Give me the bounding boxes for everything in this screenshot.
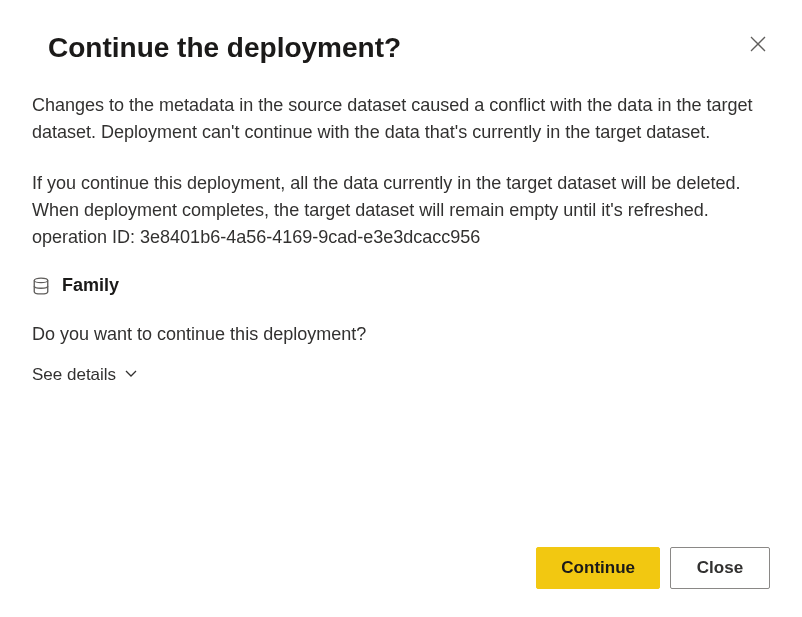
- body-paragraph-1: Changes to the metadata in the source da…: [32, 92, 770, 146]
- database-icon: [32, 277, 50, 295]
- dialog-title: Continue the deployment?: [48, 32, 401, 64]
- continue-button[interactable]: Continue: [536, 547, 660, 589]
- see-details-toggle[interactable]: See details: [32, 365, 138, 385]
- svg-point-2: [34, 278, 48, 283]
- close-button[interactable]: [746, 32, 770, 59]
- see-details-label: See details: [32, 365, 116, 385]
- dataset-name: Family: [62, 275, 119, 296]
- close-footer-button[interactable]: Close: [670, 547, 770, 589]
- body-paragraph-2: If you continue this deployment, all the…: [32, 170, 770, 224]
- confirm-question: Do you want to continue this deployment?: [32, 324, 770, 345]
- close-icon: [750, 36, 766, 55]
- dialog-body: Changes to the metadata in the source da…: [32, 92, 770, 251]
- dataset-row: Family: [32, 275, 770, 296]
- chevron-down-icon: [124, 365, 138, 385]
- dialog-footer: Continue Close: [536, 547, 770, 589]
- operation-id: operation ID: 3e8401b6-4a56-4169-9cad-e3…: [32, 224, 770, 251]
